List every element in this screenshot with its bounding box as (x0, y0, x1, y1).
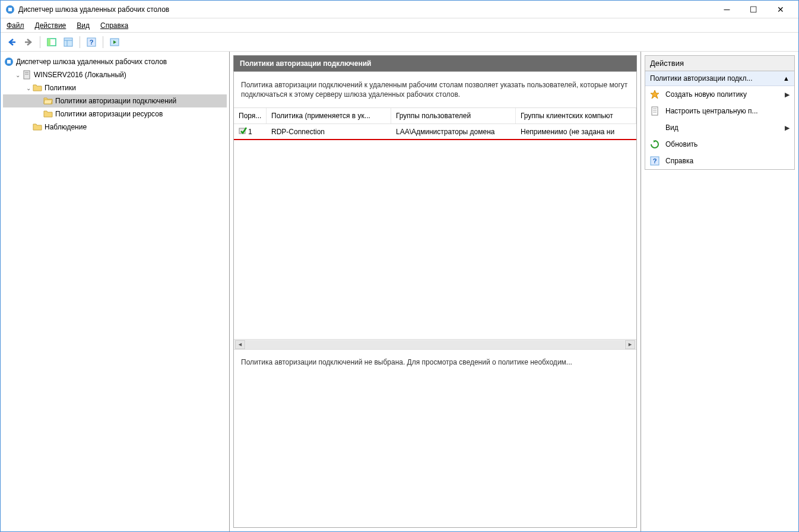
gateway-icon (4, 57, 14, 66)
server-icon (22, 70, 31, 80)
enabled-icon (239, 126, 247, 137)
help-icon-button[interactable]: ? (84, 34, 99, 50)
tree-pane[interactable]: Диспетчер шлюза удаленных рабочих столов… (1, 52, 230, 531)
action-view[interactable]: Вид ▶ (645, 119, 794, 136)
back-button[interactable] (4, 34, 20, 50)
svg-text:?: ? (90, 39, 94, 46)
actions-subtitle[interactable]: Политики авторизации подкл... ▲ (645, 71, 794, 86)
scroll-track[interactable] (246, 340, 624, 349)
title-bar: Диспетчер шлюза удаленных рабочих столов… (1, 1, 798, 18)
svg-rect-6 (64, 38, 72, 46)
folder-icon (43, 109, 53, 119)
cell-policy: RDP-Connection (267, 125, 391, 138)
menu-bar: Файл Действие Вид Справка (1, 18, 798, 33)
horizontal-scrollbar[interactable]: ◄ ► (234, 339, 636, 349)
folder-icon (33, 83, 42, 93)
blank-icon (650, 123, 660, 132)
main-pane: Политики авторизации подключений Политик… (230, 52, 641, 531)
svg-rect-20 (652, 107, 658, 115)
maximize-button[interactable]: ☐ (740, 1, 767, 18)
close-button[interactable]: ✕ (767, 1, 794, 18)
folder-icon (33, 122, 42, 132)
show-hide-tree-button[interactable] (44, 34, 59, 50)
expander-icon[interactable]: ⌄ (14, 72, 22, 78)
tree-cap-policies[interactable]: Политики авторизации подключений (3, 94, 227, 107)
tree-root[interactable]: Диспетчер шлюза удаленных рабочих столов (3, 55, 227, 68)
tree-policies[interactable]: ⌄ Политики (3, 81, 227, 94)
menu-help[interactable]: Справка (100, 21, 128, 30)
new-icon (650, 90, 660, 99)
actions-pane: Действия Политики авторизации подкл... ▲… (641, 52, 798, 531)
svg-rect-17 (25, 74, 28, 75)
properties-button[interactable] (61, 34, 76, 50)
cell-users: LAA\Администраторы домена (391, 125, 516, 138)
policy-description: Политика авторизации подключений к удале… (234, 72, 636, 108)
col-client-groups[interactable]: Группы клиентских компьют (516, 108, 636, 124)
menu-action[interactable]: Действие (35, 21, 66, 30)
window-title: Диспетчер шлюза удаленных рабочих столов (18, 5, 714, 14)
policy-table: Поря... Политика (применяется в ук... Гр… (234, 108, 636, 349)
cell-order: 1 (234, 124, 267, 139)
window-controls: ─ ☐ ✕ (714, 1, 794, 18)
action-create-policy[interactable]: Создать новую политику ▶ (645, 86, 794, 103)
table-row[interactable]: 1 RDP-Connection LAA\Администраторы доме… (234, 124, 636, 140)
forward-button[interactable] (21, 34, 36, 50)
chevron-right-icon: ▶ (785, 124, 790, 132)
chevron-right-icon: ▶ (785, 91, 790, 99)
minimize-button[interactable]: ─ (714, 1, 740, 18)
col-user-groups[interactable]: Группы пользователей (391, 108, 516, 124)
table-header: Поря... Политика (применяется в ук... Гр… (234, 108, 636, 124)
svg-text:?: ? (653, 157, 657, 164)
toolbar: ? (1, 33, 798, 52)
expander-icon[interactable]: ⌄ (24, 85, 33, 91)
action-help[interactable]: ? Справка (645, 153, 794, 169)
refresh-icon (650, 140, 660, 149)
help-icon: ? (650, 156, 660, 166)
menu-view[interactable]: Вид (77, 21, 90, 30)
svg-rect-14 (7, 60, 11, 64)
tree-server[interactable]: ⌄ WINSERV2016 (Локальный) (3, 68, 227, 81)
actions-title: Действия (645, 55, 795, 71)
main-header: Политики авторизации подключений (233, 55, 637, 71)
folder-open-icon (43, 96, 53, 106)
svg-rect-5 (47, 39, 50, 46)
svg-marker-19 (651, 90, 659, 99)
cell-clients: Неприменимо (не задана ни (516, 125, 636, 138)
action-refresh[interactable]: Обновить (645, 136, 794, 153)
scroll-left-icon[interactable]: ◄ (235, 340, 245, 349)
tree-rap-policies[interactable]: Политики авторизации ресурсов (3, 107, 227, 121)
action-configure-central[interactable]: Настроить центральную п... (645, 103, 794, 119)
svg-rect-16 (25, 72, 28, 73)
menu-file[interactable]: Файл (7, 21, 24, 30)
app-icon (5, 5, 15, 14)
details-pane: Политика авторизации подключений не выбр… (234, 349, 636, 527)
scroll-right-icon[interactable]: ► (625, 340, 635, 349)
export-list-button[interactable] (107, 34, 122, 50)
col-policy[interactable]: Политика (применяется в ук... (267, 108, 391, 124)
document-icon (650, 106, 660, 116)
tree-monitoring[interactable]: Наблюдение (3, 121, 227, 134)
collapse-icon[interactable]: ▲ (783, 75, 790, 82)
svg-rect-1 (8, 8, 12, 11)
col-order[interactable]: Поря... (234, 108, 267, 124)
